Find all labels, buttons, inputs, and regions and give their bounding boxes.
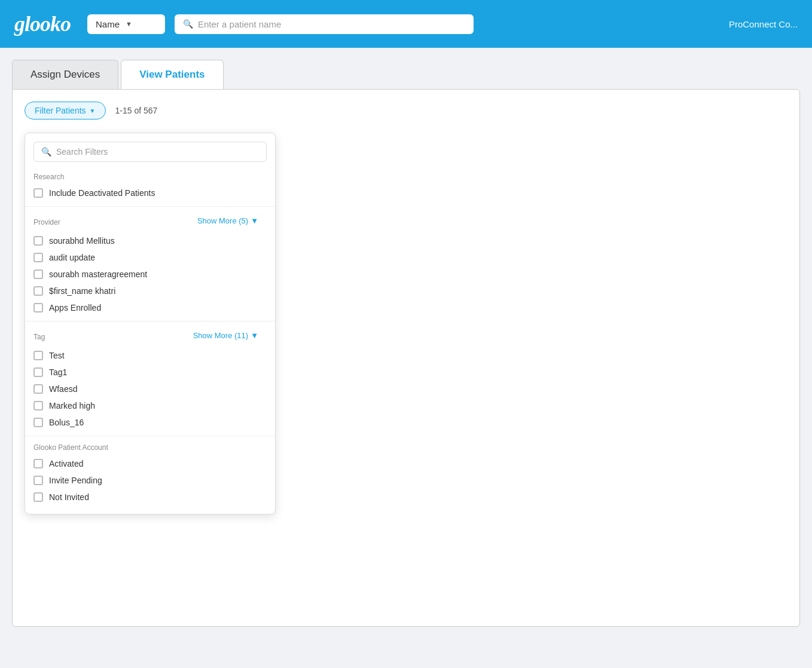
filter-search-placeholder: Search Filters [56, 147, 108, 157]
filter-provider-4[interactable]: Apps Enrolled [25, 299, 275, 316]
tag-section-header: Tag Show More (11) ▼ [25, 326, 275, 347]
checkbox-provider-4[interactable] [33, 303, 43, 312]
filter-include-deactivated[interactable]: Include Deactivated Patients [25, 185, 275, 201]
checkbox-provider-0[interactable] [33, 236, 43, 246]
provider-item-4: Apps Enrolled [49, 303, 101, 312]
checkbox-include-deactivated[interactable] [33, 188, 43, 198]
checkbox-provider-3[interactable] [33, 286, 43, 296]
filter-tag-1[interactable]: Tag1 [25, 364, 275, 381]
tag-item-0: Test [49, 351, 65, 360]
checkbox-tag-1[interactable] [33, 367, 43, 377]
divider-2 [25, 321, 275, 321]
show-more-label: Show More (5) [197, 216, 248, 225]
name-dropdown[interactable]: Name ▼ [87, 14, 165, 34]
provider-item-3: $first_name khatri [49, 286, 115, 296]
tab-view-patients[interactable]: View Patients [121, 60, 223, 89]
pagination-label: 1-15 of 567 [115, 106, 158, 115]
filter-provider-0[interactable]: sourabhd Mellitus [25, 232, 275, 249]
show-more-tag-label: Show More (11) [193, 331, 248, 340]
filter-tag-4[interactable]: Bolus_16 [25, 414, 275, 431]
checkbox-tag-4[interactable] [33, 418, 43, 427]
filter-button-label: Filter Patients [35, 106, 86, 115]
main-content: Assign Devices View Patients Filter Pati… [0, 48, 812, 627]
tag-item-1: Tag1 [49, 367, 67, 377]
filter-tag-3[interactable]: Marked high [25, 397, 275, 414]
logo: glooko [14, 11, 71, 36]
filter-provider-2[interactable]: sourabh masteragreement [25, 266, 275, 283]
checkbox-account-0[interactable] [33, 459, 43, 468]
filter-patients-button[interactable]: Filter Patients ▼ [25, 102, 106, 119]
filter-tag-2[interactable]: Wfaesd [25, 381, 275, 397]
content-panel: Filter Patients ▼ 1-15 of 567 🔍 Search F… [12, 89, 800, 627]
checkbox-provider-1[interactable] [33, 253, 43, 262]
filter-provider-3[interactable]: $first_name khatri [25, 283, 275, 299]
filter-account-2[interactable]: Not Invited [25, 489, 275, 505]
filter-tag-0[interactable]: Test [25, 347, 275, 364]
tab-bar: Assign Devices View Patients [12, 60, 800, 89]
provider-item-0: sourabhd Mellitus [49, 236, 115, 246]
divider-3 [25, 436, 275, 436]
chevron-down-icon: ▼ [90, 108, 96, 114]
divider [25, 206, 275, 207]
app-header: glooko Name ▼ 🔍 Enter a patient name Pro… [0, 0, 812, 48]
filter-search-input[interactable]: 🔍 Search Filters [33, 142, 267, 162]
provider-section-header: Provider Show More (5) ▼ [25, 212, 275, 232]
filter-dropdown-panel: 🔍 Search Filters Research Include Deacti… [25, 133, 276, 514]
filter-provider-1[interactable]: audit update [25, 249, 275, 266]
provider-show-more-button[interactable]: Show More (5) ▼ [189, 214, 267, 230]
checkbox-tag-0[interactable] [33, 351, 43, 360]
account-item-0: Activated [49, 459, 84, 468]
checkbox-provider-2[interactable] [33, 269, 43, 279]
account-item-1: Invite Pending [49, 476, 102, 485]
chevron-down-icon-tag: ▼ [251, 331, 258, 340]
provider-item-1: audit update [49, 253, 95, 262]
tag-item-4: Bolus_16 [49, 418, 84, 427]
filter-row: Filter Patients ▼ 1-15 of 567 [25, 102, 787, 119]
proconnect-label: ProConnect Co... [729, 19, 798, 29]
research-section-label: Research [25, 170, 275, 185]
checkbox-tag-3[interactable] [33, 401, 43, 410]
patient-search-bar[interactable]: 🔍 Enter a patient name [175, 14, 474, 34]
glooko-account-section-label: Glooko Patient Account [25, 441, 275, 455]
provider-section-label: Provider [33, 218, 60, 226]
include-deactivated-label: Include Deactivated Patients [49, 188, 155, 198]
name-dropdown-label: Name [96, 19, 120, 29]
tag-section-label: Tag [33, 333, 45, 341]
provider-item-2: sourabh masteragreement [49, 269, 147, 279]
checkbox-account-2[interactable] [33, 492, 43, 502]
tag-item-3: Marked high [49, 401, 95, 410]
tag-item-2: Wfaesd [49, 384, 77, 394]
chevron-down-icon: ▼ [126, 20, 132, 27]
checkbox-tag-2[interactable] [33, 384, 43, 394]
search-icon: 🔍 [41, 147, 51, 157]
filter-account-0[interactable]: Activated [25, 455, 275, 472]
filter-account-1[interactable]: Invite Pending [25, 472, 275, 489]
chevron-down-icon: ▼ [251, 216, 258, 225]
search-placeholder: Enter a patient name [198, 19, 281, 29]
tag-show-more-button[interactable]: Show More (11) ▼ [185, 329, 267, 345]
account-item-2: Not Invited [49, 492, 89, 502]
search-icon: 🔍 [183, 19, 193, 29]
tab-assign-devices[interactable]: Assign Devices [12, 60, 118, 89]
checkbox-account-1[interactable] [33, 476, 43, 485]
